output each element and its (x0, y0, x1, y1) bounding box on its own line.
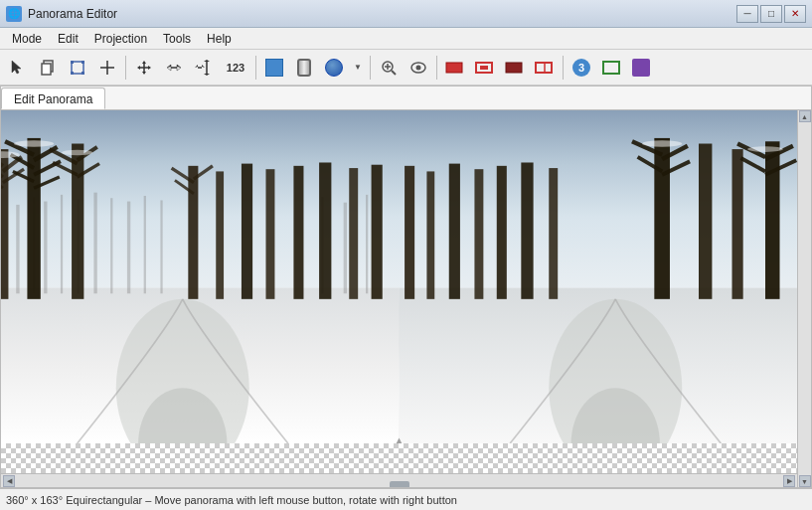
scroll-up-button[interactable]: ▲ (799, 110, 811, 122)
svg-rect-54 (110, 198, 112, 293)
svg-rect-106 (549, 168, 558, 299)
transform-button[interactable] (64, 54, 91, 82)
toolbar-sep-4 (436, 56, 437, 80)
svg-rect-113 (732, 149, 743, 299)
add-button[interactable] (93, 54, 121, 82)
svg-rect-36 (506, 63, 522, 73)
svg-rect-101 (426, 171, 434, 298)
dark-red-icon (505, 60, 525, 76)
menu-help[interactable]: Help (199, 30, 240, 48)
svg-marker-11 (142, 72, 146, 75)
main-area: Edit Panorama (0, 85, 812, 488)
svg-rect-85 (188, 166, 198, 299)
purple-sq-icon (632, 59, 650, 77)
svg-rect-90 (319, 162, 331, 298)
svg-rect-100 (405, 166, 414, 299)
svg-line-28 (392, 71, 396, 75)
svg-rect-102 (449, 164, 460, 299)
scroll-right-button[interactable]: ▶ (783, 475, 795, 487)
tab-bar: Edit Panorama (1, 86, 811, 110)
svg-rect-57 (160, 200, 162, 293)
svg-marker-13 (148, 66, 151, 70)
svg-rect-53 (93, 193, 96, 294)
window-title: Panorama Editor (28, 7, 731, 21)
menu-mode[interactable]: Mode (4, 30, 50, 48)
maximize-button[interactable]: □ (760, 5, 782, 23)
toolbar: 123 ▼ (0, 50, 812, 85)
svg-rect-89 (293, 166, 303, 299)
numbering-button[interactable]: 123 (220, 54, 251, 82)
menu-edit[interactable]: Edit (50, 30, 86, 48)
green-rect-icon (602, 61, 620, 75)
pano-scene (1, 110, 797, 443)
svg-rect-4 (71, 61, 74, 64)
svg-rect-60 (366, 195, 368, 293)
canvas-wrapper: ◀ ▶ ▲ ▼ (1, 110, 811, 487)
move-h-icon (166, 60, 182, 76)
svg-marker-25 (204, 60, 210, 62)
red-flag-button[interactable] (531, 54, 559, 82)
svg-rect-86 (216, 171, 224, 298)
scroll-thumb-horizontal[interactable] (390, 481, 409, 488)
tab-edit-panorama[interactable]: Edit Panorama (1, 87, 105, 109)
svg-rect-55 (127, 202, 130, 294)
minimize-button[interactable]: ─ (736, 5, 758, 23)
app-icon: 🌐 (6, 6, 22, 22)
menu-tools[interactable]: Tools (155, 30, 199, 48)
svg-point-121 (642, 140, 682, 147)
zoom-button[interactable] (375, 54, 403, 82)
toolbar-sep-2 (255, 56, 256, 80)
move-all-button[interactable] (130, 54, 158, 82)
canvas-area[interactable]: ◀ ▶ ▲ ▼ (1, 110, 811, 487)
preview-button[interactable] (405, 54, 432, 82)
toolbar-sep-1 (125, 56, 126, 80)
close-button[interactable]: ✕ (784, 5, 806, 23)
canvas-inner: ◀ ▶ (1, 110, 797, 487)
cursor-icon (10, 60, 26, 76)
svg-marker-21 (195, 65, 198, 68)
svg-rect-103 (474, 169, 483, 299)
copy-button[interactable] (34, 54, 62, 82)
red-open-button[interactable] (471, 54, 499, 82)
svg-marker-12 (137, 66, 140, 70)
svg-rect-35 (480, 66, 488, 70)
svg-rect-37 (536, 63, 552, 73)
red-fill-button[interactable] (441, 54, 469, 82)
cylinder-button[interactable] (290, 54, 318, 82)
scrollbar-horizontal[interactable]: ◀ ▶ (1, 473, 797, 487)
red-fill-icon (445, 60, 465, 76)
panorama-container[interactable] (1, 110, 797, 443)
svg-rect-73 (27, 138, 40, 299)
svg-rect-104 (497, 166, 507, 299)
toolbar-sep-3 (370, 56, 371, 80)
green-rect-button[interactable] (597, 54, 625, 82)
scroll-down-button[interactable]: ▼ (799, 475, 811, 487)
svg-rect-114 (765, 141, 780, 299)
svg-marker-0 (12, 61, 21, 74)
svg-rect-33 (446, 63, 462, 73)
toolbar-sep-5 (563, 56, 564, 80)
svg-rect-51 (61, 195, 63, 293)
crosshair-icon (99, 60, 115, 76)
dark-red-button[interactable] (501, 54, 529, 82)
select-tool-button[interactable] (4, 54, 32, 82)
svg-marker-10 (142, 61, 146, 64)
menu-projection[interactable]: Projection (86, 30, 155, 48)
svg-point-32 (416, 65, 421, 70)
svg-rect-91 (349, 168, 358, 299)
status-text: 360° x 163° Equirectangular – Move panor… (6, 494, 457, 506)
scrollbar-vertical[interactable]: ▲ ▼ (797, 110, 811, 487)
svg-rect-88 (266, 169, 275, 299)
number-circle-button[interactable]: 3 (568, 54, 595, 82)
svg-rect-2 (42, 64, 51, 75)
move-h-button[interactable] (160, 54, 188, 82)
scroll-left-button[interactable]: ◀ (3, 475, 15, 487)
move-lr-button[interactable] (190, 54, 218, 82)
move-all-icon (136, 60, 152, 76)
canvas-button[interactable] (260, 54, 288, 82)
globe-button[interactable] (320, 54, 348, 82)
purple-sq-button[interactable] (627, 54, 655, 82)
svg-rect-6 (71, 72, 74, 75)
svg-rect-39 (1, 110, 797, 288)
projection-dropdown-button[interactable]: ▼ (350, 54, 366, 82)
